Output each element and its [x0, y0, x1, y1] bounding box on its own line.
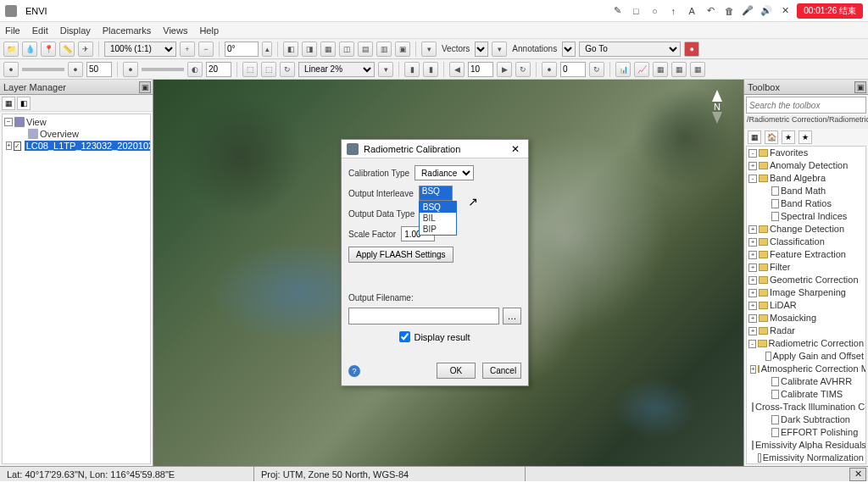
help-icon[interactable]: ? [348, 365, 360, 377]
stretch-btn-icon[interactable]: ▾ [378, 62, 393, 77]
loop-icon[interactable]: ↻ [515, 62, 531, 77]
slider-a-end-icon[interactable]: ● [68, 62, 83, 77]
play-icon[interactable]: ● [542, 62, 557, 77]
tree-expand-icon[interactable]: + [748, 162, 757, 170]
toolbox-folder[interactable]: +Classification [747, 236, 865, 248]
output-filename-input[interactable] [348, 308, 499, 324]
toolbox-tool[interactable]: Dark Subtraction [747, 413, 865, 426]
text-icon[interactable]: A [685, 4, 698, 18]
layer-tb-2-icon[interactable]: ◧ [17, 97, 31, 110]
ok-button[interactable]: OK [437, 363, 476, 379]
chart-a-icon[interactable]: 📊 [615, 62, 631, 77]
chart-b-icon[interactable]: 📈 [634, 62, 649, 77]
tool-a-icon[interactable]: ◧ [283, 42, 298, 57]
toolbox-tool[interactable]: Spectral Indices [747, 210, 865, 223]
toolbox-tool[interactable]: Emissivity Normalization [747, 452, 865, 464]
annotations-toggle-icon[interactable]: ▾ [492, 42, 507, 57]
trash-icon[interactable]: 🗑 [722, 4, 736, 18]
status-close-icon[interactable]: ✕ [849, 468, 866, 481]
tool-f-icon[interactable]: ▥ [376, 42, 392, 57]
circle-icon[interactable]: ○ [648, 4, 661, 18]
chart-e-icon[interactable]: ▦ [690, 62, 705, 77]
menu-placemarks[interactable]: Placemarks [103, 25, 151, 36]
toolbox-tool[interactable]: Band Ratios [747, 197, 865, 210]
menu-edit[interactable]: Edit [32, 25, 48, 36]
chart-c-icon[interactable]: ▦ [653, 62, 668, 77]
toolbox-tool[interactable]: Calibrate TIMS [747, 388, 865, 401]
toolbox-folder[interactable]: +Change Detection [747, 223, 865, 236]
tree-overview[interactable]: Overview [4, 128, 148, 140]
interleave-value[interactable]: BSQ [419, 186, 453, 201]
stretch-select[interactable]: Linear 2% [298, 62, 375, 77]
square-icon[interactable]: □ [629, 4, 643, 18]
tbx-btn-1-icon[interactable]: ▦ [748, 130, 761, 144]
goto-select[interactable]: Go To [579, 42, 681, 57]
tree-expand-icon[interactable]: - [748, 149, 757, 158]
tree-expand-icon[interactable]: + [748, 314, 757, 323]
tree-expand-icon[interactable]: − [4, 118, 13, 126]
annotations-select[interactable] [562, 42, 576, 57]
tree-expand-icon[interactable]: + [748, 302, 757, 310]
tbx-btn-3-icon[interactable]: ★ [782, 130, 795, 144]
slider-b[interactable] [142, 68, 184, 71]
toolbox-folder[interactable]: +Radar [747, 324, 865, 337]
toolbox-folder[interactable]: +Image Sharpening [747, 286, 865, 299]
dialog-close-icon[interactable]: ✕ [508, 142, 523, 156]
toolbox-tool[interactable]: EFFORT Polishing [747, 426, 865, 439]
browse-button-icon[interactable]: … [503, 308, 521, 324]
menu-file[interactable]: File [5, 25, 20, 36]
tree-expand-icon[interactable]: + [750, 365, 756, 374]
slider-b-end-icon[interactable]: ◐ [187, 62, 203, 77]
toolbox-folder[interactable]: +Feature Extraction [747, 248, 865, 261]
zoom-select[interactable]: 100% (1:1) [104, 42, 176, 57]
tree-layer-check[interactable]: ✓ [14, 141, 21, 151]
fly-icon[interactable]: ✈ [78, 42, 93, 57]
tree-expand-icon[interactable]: + [748, 263, 757, 272]
toolbox-folder[interactable]: +LiDAR [747, 299, 865, 312]
tree-expand-icon[interactable]: + [748, 225, 757, 234]
slider-b-value[interactable] [206, 62, 231, 77]
extent-a-icon[interactable]: ⬚ [242, 62, 258, 77]
extent-b-icon[interactable]: ⬚ [261, 62, 276, 77]
tree-layer[interactable]: + ✓ LC08_L1TP_123032_20201022 [4, 140, 148, 152]
arrow-r-icon[interactable]: ▶ [497, 62, 512, 77]
display-result-checkbox[interactable] [399, 331, 410, 342]
tool-c-icon[interactable]: ▦ [320, 42, 336, 57]
tree-expand-icon[interactable]: - [748, 175, 757, 183]
tree-layer-expand-icon[interactable]: + [6, 141, 12, 150]
slider-a[interactable] [22, 68, 64, 71]
pin-icon[interactable]: 📍 [41, 42, 56, 57]
interleave-opt-bsq[interactable]: BSQ [420, 202, 456, 213]
hist-a-icon[interactable]: ▮ [404, 62, 420, 77]
speed-value[interactable] [560, 62, 586, 77]
eyedropper-icon[interactable]: 💧 [22, 42, 37, 57]
toolbox-folder[interactable]: +Filter [747, 261, 865, 274]
rotation-input[interactable] [225, 42, 259, 57]
slider-b-icon[interactable]: ● [123, 62, 138, 77]
arrow-icon[interactable]: ↑ [666, 4, 680, 18]
toolbox-tool[interactable]: Emissivity Alpha Residuals [747, 439, 865, 452]
toolbox-folder[interactable]: -Radiometric Correction [747, 337, 865, 350]
tree-expand-icon[interactable]: + [748, 251, 757, 259]
tool-b-icon[interactable]: ◨ [302, 42, 317, 57]
tool-d-icon[interactable]: ◫ [339, 42, 354, 57]
hist-b-icon[interactable]: ▮ [423, 62, 438, 77]
tree-view-root[interactable]: − View [4, 116, 148, 128]
interleave-opt-bip[interactable]: BIP [420, 224, 456, 235]
menu-views[interactable]: Views [163, 25, 187, 36]
toolbox-tool[interactable]: Band Math [747, 185, 865, 197]
zoom-out-icon[interactable]: − [198, 42, 214, 57]
tree-expand-icon[interactable]: + [748, 327, 757, 336]
chart-d-icon[interactable]: ▦ [671, 62, 687, 77]
mic-icon[interactable]: 🎤 [741, 4, 754, 18]
tree-expand-icon[interactable]: - [748, 340, 756, 348]
tree-expand-icon[interactable]: + [748, 276, 757, 285]
toolbox-folder[interactable]: -Band Algebra [747, 172, 865, 185]
toolbox-tool[interactable]: Cross-Track Illumination Cor [747, 401, 865, 413]
slider-a-icon[interactable]: ● [3, 62, 19, 77]
undo-icon[interactable]: ↶ [704, 4, 717, 18]
layer-tb-1-icon[interactable]: ▦ [2, 97, 15, 110]
arrow-l-icon[interactable]: ◀ [449, 62, 465, 77]
pencil-icon[interactable]: ✎ [610, 4, 624, 18]
tree-expand-icon[interactable]: + [748, 289, 757, 297]
